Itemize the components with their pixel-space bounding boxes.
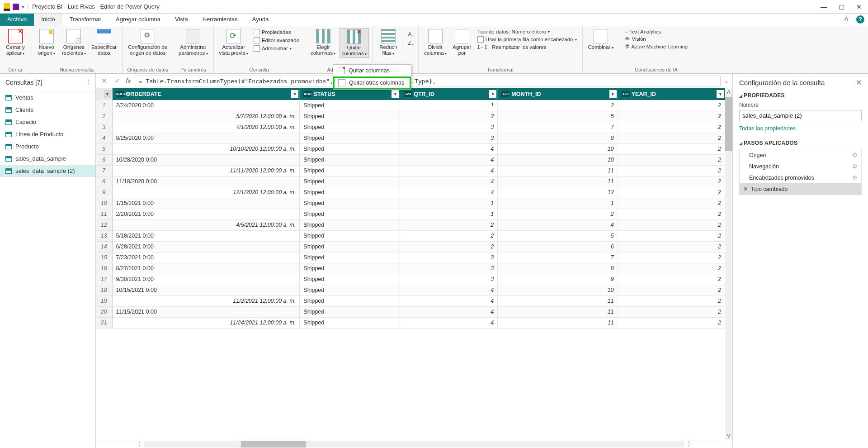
cell-orderdate[interactable]: 10/10/2020 12:00:00 a. m. bbox=[112, 143, 300, 154]
applied-step[interactable]: Origen⚙ bbox=[740, 149, 861, 161]
cell-orderdate[interactable]: 5/18/2021 0:00 bbox=[112, 230, 300, 241]
fx-icon[interactable]: fx bbox=[126, 77, 131, 85]
tab-ayuda[interactable]: Ayuda bbox=[245, 14, 276, 26]
cell-qtr[interactable]: 4 bbox=[400, 143, 498, 154]
gear-icon[interactable]: ⚙ bbox=[852, 174, 858, 181]
cell-qtr[interactable]: 4 bbox=[400, 154, 498, 165]
table-row[interactable]: 25/7/2020 12:00:00 a. m.Shipped252 bbox=[96, 111, 725, 122]
text-analytics-button[interactable]: ≡Text Analytics bbox=[623, 28, 690, 35]
cell-year[interactable]: 2 bbox=[618, 241, 725, 252]
cell-status[interactable]: Shipped bbox=[300, 285, 400, 295]
table-row[interactable]: 12/24/2020 0:00Shipped122 bbox=[96, 100, 725, 111]
cell-orderdate[interactable]: 11/2/2021 12:00:00 a. m. bbox=[112, 295, 300, 306]
cell-year[interactable]: 2 bbox=[618, 154, 725, 165]
cell-qtr[interactable]: 4 bbox=[400, 285, 498, 295]
cell-status[interactable]: Shipped bbox=[300, 219, 400, 230]
cell-month[interactable]: 11 bbox=[498, 317, 618, 328]
cell-status[interactable]: Shipped bbox=[300, 133, 400, 143]
cell-status[interactable]: Shipped bbox=[300, 230, 400, 241]
cell-status[interactable]: Shipped bbox=[300, 100, 400, 111]
table-row[interactable]: 124/5/2021 12:00:00 a. m.Shipped242 bbox=[96, 219, 725, 230]
cell-year[interactable]: 2 bbox=[618, 285, 725, 295]
table-row[interactable]: 610/28/2020 0:00Shipped4102 bbox=[96, 154, 725, 165]
horizontal-scrollbar[interactable]: 〈 〉 bbox=[96, 440, 732, 448]
data-grid[interactable]: ▾ABC123ORDERDATE▾ABCSTATUS▾123QTR_ID▾123… bbox=[96, 88, 725, 440]
cell-orderdate[interactable]: 1/15/2021 0:00 bbox=[112, 198, 300, 209]
close-button[interactable]: ✕ bbox=[856, 3, 862, 10]
remove-columns-button[interactable]: ✕Quitar columnas bbox=[340, 28, 369, 58]
query-name-input[interactable] bbox=[739, 110, 862, 121]
table-row[interactable]: 157/23/2021 0:00Shipped372 bbox=[96, 252, 725, 263]
cell-orderdate[interactable]: 6/28/2021 0:00 bbox=[112, 241, 300, 252]
cell-month[interactable]: 11 bbox=[498, 176, 618, 187]
cell-year[interactable]: 2 bbox=[618, 165, 725, 176]
cell-orderdate[interactable]: 2/24/2020 0:00 bbox=[112, 100, 300, 111]
cell-year[interactable]: 2 bbox=[618, 133, 725, 143]
table-options-icon[interactable]: ▾ bbox=[104, 90, 111, 98]
cell-month[interactable]: 10 bbox=[498, 285, 618, 295]
cell-qtr[interactable]: 3 bbox=[400, 133, 498, 143]
table-row[interactable]: 179/30/2021 0:00Shipped392 bbox=[96, 274, 725, 285]
cell-year[interactable]: 2 bbox=[618, 187, 725, 198]
dropdown-remove-other-columns[interactable]: Quitar otras columnas bbox=[333, 76, 411, 89]
tab-inicio[interactable]: Inicio bbox=[34, 14, 62, 26]
formula-input[interactable]: = Table.TransformColumnTypes(#"Encabezad… bbox=[135, 76, 721, 86]
hscroll-thumb[interactable] bbox=[241, 441, 306, 448]
cell-month[interactable]: 9 bbox=[498, 274, 618, 285]
table-row[interactable]: 811/18/2020 0:00Shipped4112 bbox=[96, 176, 725, 187]
cell-year[interactable]: 2 bbox=[618, 111, 725, 122]
cell-year[interactable]: 2 bbox=[618, 209, 725, 219]
tab-herramientas[interactable]: Herramientas bbox=[195, 14, 245, 26]
formula-cancel-button[interactable]: ✕ bbox=[99, 76, 109, 85]
cell-orderdate[interactable]: 12/1/2020 12:00:00 a. m. bbox=[112, 187, 300, 198]
cell-orderdate[interactable]: 11/24/2021 12:00:00 a. m. bbox=[112, 317, 300, 328]
cell-month[interactable]: 11 bbox=[498, 306, 618, 317]
query-item[interactable]: Línea de Producto bbox=[0, 128, 95, 140]
column-filter-icon[interactable]: ▾ bbox=[291, 90, 298, 98]
cell-orderdate[interactable]: 11/11/2020 12:00:00 a. m. bbox=[112, 165, 300, 176]
replace-values-button[interactable]: 1→2 Reemplazar los valores bbox=[476, 43, 579, 51]
table-row[interactable]: 48/25/2020 0:00Shipped382 bbox=[96, 133, 725, 143]
scroll-thumb[interactable] bbox=[725, 97, 732, 151]
query-item[interactable]: Cliente bbox=[0, 104, 95, 116]
cell-status[interactable]: Shipped bbox=[300, 198, 400, 209]
cell-orderdate[interactable]: 8/27/2021 0:00 bbox=[112, 263, 300, 274]
table-row[interactable]: 37/1/2020 12:00:00 a. m.Shipped372 bbox=[96, 122, 725, 133]
data-type-button[interactable]: Tipo de datos: Número entero ▾ bbox=[476, 28, 579, 35]
cell-qtr[interactable]: 4 bbox=[400, 187, 498, 198]
cell-orderdate[interactable]: 4/5/2021 12:00:00 a. m. bbox=[112, 219, 300, 230]
manage-button[interactable]: Administrar ▾ bbox=[252, 44, 301, 52]
applied-step[interactable]: ✕Tipo cambiado bbox=[740, 183, 861, 195]
cell-qtr[interactable]: 1 bbox=[400, 209, 498, 219]
gear-icon[interactable]: ⚙ bbox=[852, 152, 858, 158]
data-source-settings-button[interactable]: ⚙Configuración de origen de datos bbox=[126, 28, 169, 57]
cell-qtr[interactable]: 4 bbox=[400, 317, 498, 328]
cell-status[interactable]: Shipped bbox=[300, 252, 400, 263]
cell-status[interactable]: Shipped bbox=[300, 263, 400, 274]
query-item[interactable]: Ventas bbox=[0, 91, 95, 104]
cell-month[interactable]: 4 bbox=[498, 219, 618, 230]
cell-month[interactable]: 11 bbox=[498, 165, 618, 176]
cell-qtr[interactable]: 1 bbox=[400, 198, 498, 209]
tab-transformar[interactable]: Transformar bbox=[62, 14, 108, 26]
cell-year[interactable]: 2 bbox=[618, 219, 725, 230]
cell-year[interactable]: 2 bbox=[618, 263, 725, 274]
column-header[interactable]: ABCSTATUS▾ bbox=[300, 88, 400, 100]
cell-month[interactable]: 2 bbox=[498, 100, 618, 111]
table-row[interactable]: 101/15/2021 0:00Shipped112 bbox=[96, 198, 725, 209]
cell-status[interactable]: Shipped bbox=[300, 176, 400, 187]
split-column-button[interactable]: Dividir columna bbox=[422, 28, 448, 57]
cell-orderdate[interactable]: 10/28/2020 0:00 bbox=[112, 154, 300, 165]
table-row[interactable]: 2111/24/2021 12:00:00 a. m.Shipped4112 bbox=[96, 317, 725, 328]
cell-orderdate[interactable]: 2/20/2021 0:00 bbox=[112, 209, 300, 219]
vertical-scrollbar[interactable]: ᐱ ᐯ bbox=[725, 88, 732, 440]
cell-qtr[interactable]: 2 bbox=[400, 241, 498, 252]
cell-qtr[interactable]: 4 bbox=[400, 306, 498, 317]
table-row[interactable]: 1911/2/2021 12:00:00 a. m.Shipped4112 bbox=[96, 295, 725, 306]
cell-qtr[interactable]: 3 bbox=[400, 263, 498, 274]
cell-qtr[interactable]: 2 bbox=[400, 219, 498, 230]
cell-status[interactable]: Shipped bbox=[300, 317, 400, 328]
cell-month[interactable]: 7 bbox=[498, 122, 618, 133]
cell-year[interactable]: 2 bbox=[618, 230, 725, 241]
scroll-up-icon[interactable]: ᐱ bbox=[725, 88, 732, 96]
